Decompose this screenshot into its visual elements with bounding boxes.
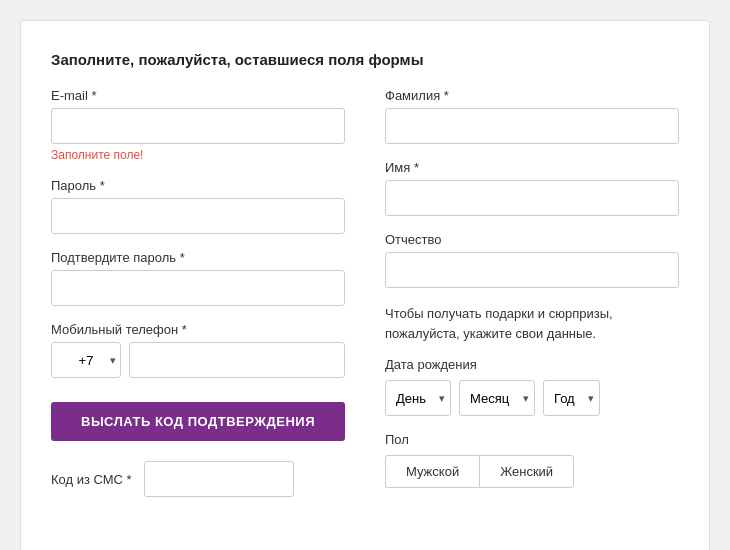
year-select[interactable]: Год (543, 380, 600, 416)
phone-code-select[interactable]: +7 (51, 342, 121, 378)
gender-group: Пол Мужской Женский (385, 432, 679, 488)
left-column: E-mail * Заполните поле! Пароль * Подтве… (51, 88, 345, 497)
gender-male-button[interactable]: Мужской (385, 455, 479, 488)
birthdate-row: День Месяц Год (385, 380, 679, 416)
day-select-wrapper: День (385, 380, 451, 416)
phone-field-group: Мобильный телефон * +7 (51, 322, 345, 378)
email-field-group: E-mail * Заполните поле! (51, 88, 345, 162)
month-select-wrapper: Месяц (459, 380, 535, 416)
firstname-field-group: Имя * (385, 160, 679, 216)
email-error: Заполните поле! (51, 148, 345, 162)
form-container: Заполните, пожалуйста, оставшиеся поля ф… (20, 20, 710, 550)
firstname-label: Имя * (385, 160, 679, 175)
lastname-input[interactable] (385, 108, 679, 144)
sms-code-input[interactable] (144, 461, 294, 497)
birthdate-group: Дата рождения День Месяц Год (385, 357, 679, 416)
confirm-password-input[interactable] (51, 270, 345, 306)
phone-number-input[interactable] (129, 342, 345, 378)
patronymic-input[interactable] (385, 252, 679, 288)
phone-label: Мобильный телефон * (51, 322, 345, 337)
year-select-wrapper: Год (543, 380, 600, 416)
gender-female-button[interactable]: Женский (479, 455, 574, 488)
submit-code-button[interactable]: ВЫСЛАТЬ КОД ПОДТВЕРЖДЕНИЯ (51, 402, 345, 441)
sms-field-group: Код из СМС * (51, 461, 345, 497)
sms-label: Код из СМС * (51, 472, 132, 487)
gift-text: Чтобы получать подарки и сюрпризы,пожалу… (385, 304, 679, 343)
form-title: Заполните, пожалуйста, оставшиеся поля ф… (51, 51, 679, 68)
phone-row: +7 (51, 342, 345, 378)
day-select[interactable]: День (385, 380, 451, 416)
gender-label: Пол (385, 432, 679, 447)
password-label: Пароль * (51, 178, 345, 193)
firstname-input[interactable] (385, 180, 679, 216)
month-select[interactable]: Месяц (459, 380, 535, 416)
email-label: E-mail * (51, 88, 345, 103)
lastname-label: Фамилия * (385, 88, 679, 103)
email-input[interactable] (51, 108, 345, 144)
gender-row: Мужской Женский (385, 455, 679, 488)
password-field-group: Пароль * (51, 178, 345, 234)
password-input[interactable] (51, 198, 345, 234)
lastname-field-group: Фамилия * (385, 88, 679, 144)
confirm-password-field-group: Подтвердите пароль * (51, 250, 345, 306)
patronymic-field-group: Отчество (385, 232, 679, 288)
form-columns: E-mail * Заполните поле! Пароль * Подтве… (51, 88, 679, 497)
birthdate-label: Дата рождения (385, 357, 679, 372)
confirm-password-label: Подтвердите пароль * (51, 250, 345, 265)
patronymic-label: Отчество (385, 232, 679, 247)
right-column: Фамилия * Имя * Отчество Чтобы получать … (385, 88, 679, 497)
phone-code-wrapper: +7 (51, 342, 121, 378)
